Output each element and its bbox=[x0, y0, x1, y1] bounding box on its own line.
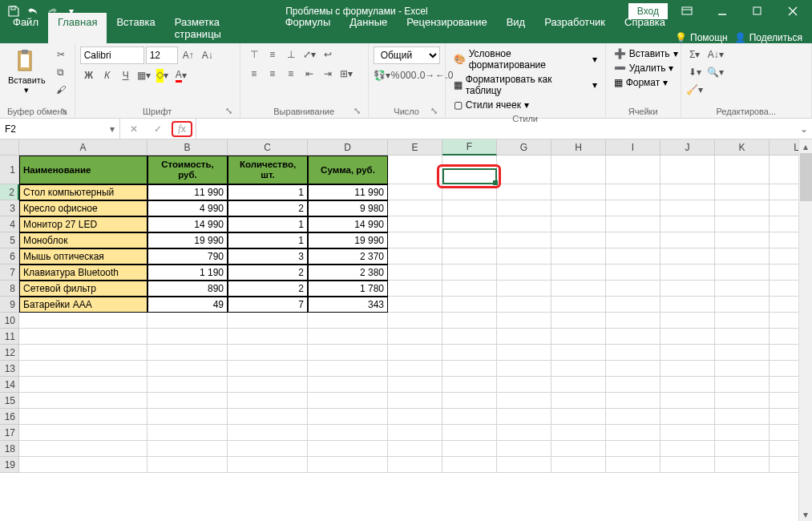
cell[interactable] bbox=[715, 184, 770, 200]
cell[interactable] bbox=[442, 216, 497, 232]
cell[interactable] bbox=[551, 329, 606, 345]
clear-icon[interactable]: 🧹▾ bbox=[686, 82, 704, 98]
cell[interactable] bbox=[228, 313, 308, 329]
cell[interactable] bbox=[661, 297, 715, 313]
cell[interactable] bbox=[551, 457, 606, 473]
cell[interactable] bbox=[661, 345, 715, 361]
table-cell[interactable]: Стол компьютерный bbox=[19, 184, 147, 200]
cell[interactable] bbox=[715, 345, 770, 361]
cell[interactable] bbox=[661, 200, 715, 216]
cell[interactable] bbox=[442, 457, 497, 473]
cell[interactable] bbox=[19, 313, 147, 329]
cell[interactable] bbox=[442, 265, 497, 281]
cell[interactable] bbox=[551, 425, 606, 441]
cell[interactable] bbox=[661, 393, 715, 409]
col-header[interactable]: I bbox=[606, 139, 661, 155]
cell[interactable] bbox=[551, 361, 606, 377]
row-header[interactable]: 7 bbox=[0, 265, 19, 281]
tab-справка[interactable]: Справка bbox=[615, 13, 675, 43]
cell[interactable] bbox=[715, 441, 770, 457]
cell[interactable] bbox=[442, 184, 497, 200]
align-center-icon[interactable]: ≡ bbox=[264, 66, 281, 82]
col-header[interactable]: K bbox=[715, 139, 770, 155]
col-header[interactable]: F bbox=[442, 139, 497, 155]
cell[interactable] bbox=[388, 441, 442, 457]
cell[interactable] bbox=[442, 297, 497, 313]
row-header[interactable]: 3 bbox=[0, 200, 19, 216]
cell[interactable] bbox=[388, 329, 442, 345]
cell[interactable] bbox=[497, 361, 551, 377]
cell[interactable] bbox=[19, 345, 147, 361]
font-color-icon[interactable]: A▾ bbox=[172, 67, 190, 83]
cell[interactable] bbox=[308, 393, 388, 409]
cell[interactable] bbox=[497, 329, 551, 345]
cell[interactable] bbox=[19, 457, 147, 473]
cell[interactable] bbox=[442, 232, 497, 248]
dialog-launcher-icon[interactable]: ⤡ bbox=[429, 105, 440, 116]
cell[interactable] bbox=[442, 329, 497, 345]
borders-icon[interactable]: ▦▾ bbox=[135, 67, 153, 83]
cell[interactable] bbox=[715, 457, 770, 473]
cell[interactable] bbox=[606, 232, 661, 248]
cell[interactable] bbox=[442, 409, 497, 425]
cell[interactable] bbox=[442, 200, 497, 216]
cell[interactable] bbox=[497, 232, 551, 248]
table-cell[interactable]: Мышь оптическая bbox=[19, 248, 147, 265]
cell[interactable] bbox=[19, 361, 147, 377]
cell[interactable] bbox=[606, 425, 661, 441]
cell[interactable] bbox=[606, 200, 661, 216]
cell[interactable] bbox=[442, 393, 497, 409]
cell[interactable] bbox=[308, 329, 388, 345]
cell[interactable] bbox=[551, 393, 606, 409]
wrap-text-icon[interactable]: ↩ bbox=[319, 46, 337, 63]
cell[interactable] bbox=[661, 329, 715, 345]
cell[interactable] bbox=[147, 441, 228, 457]
dialog-launcher-icon[interactable]: ⤡ bbox=[59, 105, 70, 116]
cell[interactable] bbox=[228, 345, 308, 361]
cell[interactable] bbox=[228, 361, 308, 377]
cell[interactable] bbox=[19, 329, 147, 345]
cell[interactable] bbox=[497, 393, 551, 409]
cell[interactable] bbox=[497, 345, 551, 361]
cell[interactable] bbox=[388, 297, 442, 313]
cell[interactable] bbox=[228, 441, 308, 457]
currency-icon[interactable]: 💱▾ bbox=[374, 67, 390, 83]
format-painter-icon[interactable]: 🖌 bbox=[52, 82, 70, 98]
row-header[interactable]: 19 bbox=[0, 457, 19, 473]
cell[interactable] bbox=[551, 281, 606, 297]
cell[interactable] bbox=[388, 409, 442, 425]
cell[interactable] bbox=[147, 313, 228, 329]
table-header[interactable]: Наименование bbox=[19, 155, 147, 184]
cell[interactable] bbox=[228, 457, 308, 473]
cell[interactable] bbox=[715, 313, 770, 329]
decrease-font-icon[interactable]: A↓ bbox=[199, 47, 216, 63]
table-header[interactable]: Стоимость, руб. bbox=[147, 155, 228, 184]
cell[interactable] bbox=[228, 409, 308, 425]
cell[interactable] bbox=[147, 457, 228, 473]
cell[interactable] bbox=[228, 377, 308, 393]
cell[interactable] bbox=[388, 216, 442, 232]
align-right-icon[interactable]: ≡ bbox=[282, 66, 300, 82]
table-header[interactable]: Сумма, руб. bbox=[308, 155, 388, 184]
cell[interactable] bbox=[308, 425, 388, 441]
cell[interactable] bbox=[497, 248, 551, 265]
cell[interactable] bbox=[388, 265, 442, 281]
col-header[interactable]: J bbox=[661, 139, 715, 155]
cell[interactable] bbox=[19, 377, 147, 393]
cell[interactable] bbox=[497, 184, 551, 200]
worksheet-grid[interactable]: ABCDEFGHIJKL1НаименованиеСтоимость, руб.… bbox=[0, 139, 812, 521]
sort-filter-icon[interactable]: A↓▾ bbox=[707, 46, 725, 63]
cell[interactable] bbox=[606, 313, 661, 329]
cell[interactable] bbox=[661, 265, 715, 281]
cell[interactable] bbox=[497, 441, 551, 457]
minimize-icon[interactable] bbox=[706, 0, 738, 22]
italic-button[interactable]: К bbox=[99, 67, 116, 83]
merge-icon[interactable]: ⊞▾ bbox=[337, 66, 355, 82]
cell[interactable] bbox=[497, 200, 551, 216]
cell[interactable] bbox=[442, 281, 497, 297]
col-header[interactable]: C bbox=[228, 139, 308, 155]
col-header[interactable]: E bbox=[388, 139, 442, 155]
cell[interactable] bbox=[661, 441, 715, 457]
cell[interactable] bbox=[497, 457, 551, 473]
fill-color-icon[interactable]: ◇▾ bbox=[154, 67, 172, 83]
